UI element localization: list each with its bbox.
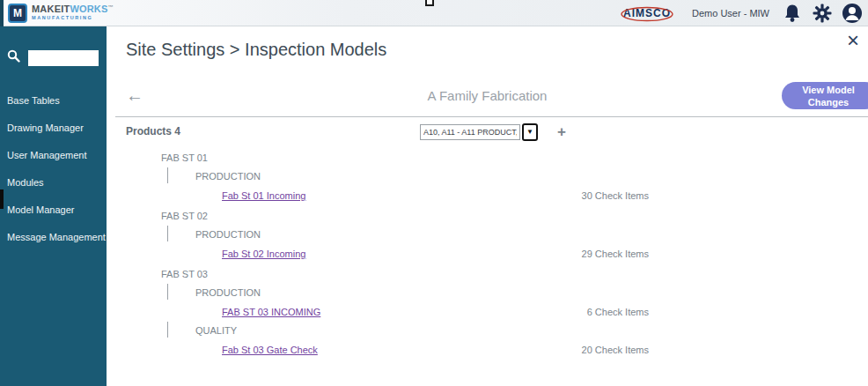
product-dropdown-button[interactable]: ▼ <box>522 123 538 141</box>
model-row: Fab St 01 Incoming 30 Check Items <box>126 190 649 201</box>
check-items-count: 30 Check Items <box>582 190 649 201</box>
group-row: PRODUCTION <box>195 229 868 240</box>
brand-subtitle: MANUFACTURING <box>32 16 114 21</box>
sidebar-item-drawing-manager[interactable]: Drawing Manager <box>0 122 107 133</box>
sidebar-item-base-tables[interactable]: Base Tables <box>0 95 107 106</box>
tree-branch-line <box>167 167 168 183</box>
product-filter-input[interactable] <box>420 124 520 140</box>
station-name: FAB ST 01 <box>161 152 868 163</box>
toolbar-divider <box>115 116 868 117</box>
inspection-model-link[interactable]: FAB ST 03 INCOMING <box>222 307 320 317</box>
tree-branch-line <box>167 284 168 300</box>
settings-gear-icon[interactable] <box>812 3 833 24</box>
group-row: QUALITY <box>195 325 868 336</box>
sidebar-scroll-indicator <box>0 189 4 209</box>
products-row: Products 4 ▼ + <box>107 123 868 143</box>
aimsco-swoosh <box>618 6 676 22</box>
close-icon[interactable]: × <box>847 32 859 49</box>
makeitworks-logo-text: MAKEITWORKS™ MANUFACTURING <box>32 4 114 21</box>
model-row: Fab St 03 Gate Check 20 Check Items <box>126 345 649 355</box>
makeitworks-logo-icon: M <box>8 4 27 23</box>
products-count-label: Products 4 <box>126 125 180 137</box>
group-name: PRODUCTION <box>195 287 261 298</box>
inspection-model-tree: FAB ST 01 PRODUCTION Fab St 01 Incoming … <box>107 152 868 355</box>
notifications-bell-icon[interactable] <box>782 3 803 24</box>
current-user-label: Demo User - MIW <box>692 8 769 19</box>
group-row: PRODUCTION <box>195 171 868 182</box>
brand-name-part1: MAKEIT <box>32 4 70 14</box>
family-title: A Family Fabrication <box>107 85 868 103</box>
group-name: PRODUCTION <box>195 171 261 182</box>
top-bar: M MAKEITWORKS™ MANUFACTURING AIMSCO Demo… <box>0 0 868 26</box>
station-name: FAB ST 03 <box>161 269 868 279</box>
back-arrow-icon[interactable]: ← <box>126 86 143 104</box>
sidebar-item-model-manager[interactable]: Model Manager <box>0 204 107 215</box>
sidebar-search-input[interactable] <box>28 50 99 66</box>
sidebar-item-user-management[interactable]: User Management <box>0 150 107 160</box>
model-toolbar: ← A Family Fabrication View Model Change… <box>107 85 868 115</box>
topbar-window-artifact <box>425 0 434 6</box>
inspection-model-link[interactable]: Fab St 03 Gate Check <box>222 345 318 355</box>
inspection-model-link[interactable]: Fab St 02 Incoming <box>222 249 305 259</box>
sidebar-nav: Base Tables Drawing Manager User Managem… <box>0 26 107 386</box>
aimsco-logo: AIMSCO <box>618 5 676 21</box>
group-name: QUALITY <box>195 325 237 336</box>
check-items-count: 20 Check Items <box>582 345 649 355</box>
inspection-model-link[interactable]: Fab St 01 Incoming <box>222 190 305 201</box>
main-content: × Site Settings > Inspection Models ← A … <box>107 26 868 386</box>
group-name: PRODUCTION <box>195 229 261 240</box>
sidebar-nav-list: Base Tables Drawing Manager User Managem… <box>0 95 107 242</box>
user-avatar-icon[interactable] <box>842 3 863 24</box>
makeitworks-logo: M MAKEITWORKS™ MANUFACTURING <box>8 4 114 23</box>
group-row: PRODUCTION <box>195 287 868 298</box>
check-items-count: 29 Check Items <box>582 249 649 259</box>
view-model-changes-button[interactable]: View Model Changes <box>782 82 868 109</box>
model-row: Fab St 02 Incoming 29 Check Items <box>126 249 649 259</box>
check-items-count: 6 Check Items <box>587 307 649 317</box>
brand-trademark: ™ <box>108 4 114 10</box>
search-icon <box>7 49 20 66</box>
sidebar-top-sliver <box>0 0 4 26</box>
brand-name-part2: WORKS <box>70 4 107 14</box>
sidebar-item-message-management[interactable]: Message Management <box>0 232 107 242</box>
sidebar-search-row <box>7 49 107 66</box>
tree-branch-line <box>167 226 168 241</box>
sidebar-item-modules[interactable]: Modules <box>0 177 107 188</box>
tree-branch-line <box>167 322 168 338</box>
add-product-button[interactable]: + <box>557 123 566 141</box>
page-title: Site Settings > Inspection Models <box>126 40 868 60</box>
topbar-right-cluster: AIMSCO Demo User - MIW <box>618 3 868 24</box>
model-row: FAB ST 03 INCOMING 6 Check Items <box>126 307 649 317</box>
chevron-down-icon: ▼ <box>526 128 533 136</box>
station-name: FAB ST 02 <box>161 211 868 221</box>
